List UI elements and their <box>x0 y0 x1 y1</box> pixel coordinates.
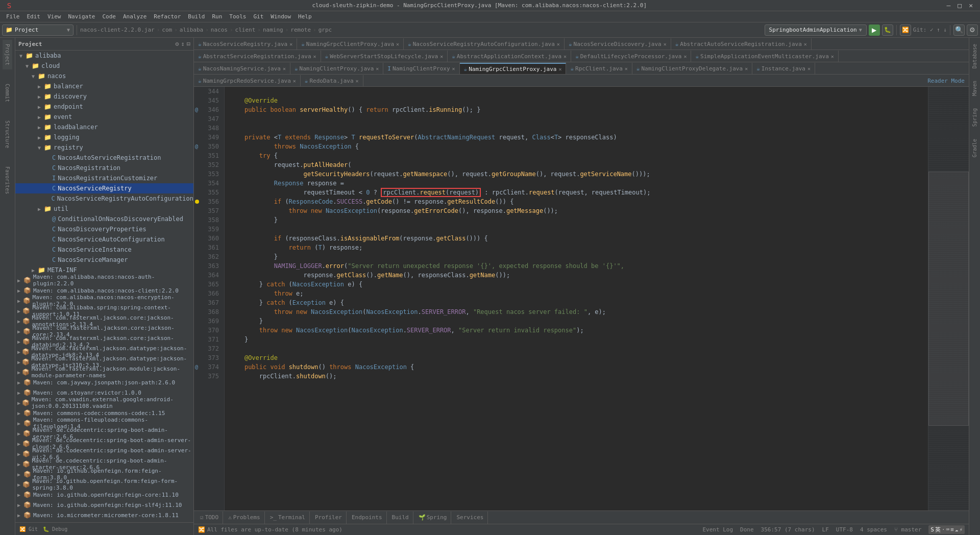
breadcrumb-nacos[interactable]: nacos <box>211 27 228 33</box>
tab-DefaultLifecycleProcessor[interactable]: ☕ DefaultLifecycleProcessor.java ✕ <box>571 51 691 62</box>
tab-close-14[interactable]: ✕ <box>558 66 561 72</box>
tab-close-6[interactable]: ✕ <box>313 54 316 59</box>
terminal-tab[interactable]: >_ Terminal <box>266 512 310 524</box>
tab-SimpleApplicationEventMulticaster[interactable]: ☕ SimpleApplicationEventMulticaster.java… <box>691 51 838 62</box>
tab-close-1[interactable]: ✕ <box>289 41 292 47</box>
ime-toolbar[interactable]: S 英 · ⌨ ≡ ☁ ⚡ <box>928 525 965 534</box>
maven-item-feign-slf4j[interactable]: ▶ 📦 Maven: io.github.openfeign:feign-slf… <box>15 500 193 510</box>
tree-item-nacos[interactable]: ▼ 📁 nacos <box>15 71 193 81</box>
menu-tools[interactable]: Tools <box>226 12 249 21</box>
tab-NamingClientProxyDelegate[interactable]: ☕ NamingClientProxyDelegate.java ✕ <box>632 63 752 74</box>
tab-close-3[interactable]: ✕ <box>557 41 560 47</box>
database-panel-tab[interactable]: Database <box>971 42 978 70</box>
gradle-panel-tab[interactable]: Gradle <box>971 137 978 159</box>
code-view[interactable]: @Override public boolean serverHealthy()… <box>225 87 928 510</box>
tab-AbstractAutoServiceRegistration[interactable]: ☕ AbstractAutoServiceRegistration.java ✕ <box>671 38 812 50</box>
services-tab[interactable]: Services <box>452 512 488 524</box>
tree-item-NacosServiceRegistry[interactable]: C NacosServiceRegistry <box>15 183 193 193</box>
breadcrumb-alibaba[interactable]: alibaba <box>180 27 203 33</box>
maven-panel-tab[interactable]: Maven <box>971 79 978 98</box>
tab-NamingGrpcClientProxy-active[interactable]: ☕ NamingGrpcClientProxy.java ✕ <box>460 63 567 74</box>
menu-git[interactable]: Git <box>250 12 266 21</box>
ime-btn4[interactable]: ☁ <box>955 526 959 533</box>
structure-tab[interactable]: Structure <box>3 116 12 152</box>
profiler-tab[interactable]: Profiler <box>311 512 347 524</box>
tree-item-NacosAutoServiceRegistration[interactable]: C NacosAutoServiceRegistration <box>15 153 193 163</box>
menu-edit[interactable]: Edit <box>24 12 44 21</box>
problems-tab[interactable]: ⚠ Problems <box>224 512 265 524</box>
run-config-dropdown[interactable]: SpringbootAdminApplication ▼ <box>765 25 867 36</box>
run-button[interactable]: ▶ <box>869 25 880 36</box>
sidebar-collapse[interactable]: ⊟ <box>187 40 190 47</box>
tree-item-NacosDiscoveryProperties[interactable]: C NacosDiscoveryProperties <box>15 224 193 234</box>
maven-item-micrometer[interactable]: ▶ 📦 Maven: io.micrometer:micrometer-core… <box>15 510 193 520</box>
reader-mode-btn[interactable]: Reader Mode <box>927 78 965 84</box>
commit-tab[interactable]: Commit <box>3 80 12 106</box>
tab-NamingClientProxy[interactable]: I NamingClientProxy ✕ <box>383 63 459 74</box>
maven-item-vaadin[interactable]: ▶ 📦 Maven: com.vaadin.external.google:an… <box>15 398 193 408</box>
menu-code[interactable]: Code <box>99 12 119 21</box>
tab-close-10[interactable]: ✕ <box>831 54 834 59</box>
window-controls[interactable]: — □ ✕ <box>944 2 980 9</box>
git-tab[interactable]: 🔀 Git <box>17 525 40 533</box>
tab-NacosServiceRegistry[interactable]: ☕ NacosServiceRegistry.java ✕ <box>194 38 297 50</box>
spring-tab[interactable]: 🌱 Spring <box>414 512 452 524</box>
tree-item-NacosRegistration[interactable]: C NacosRegistration <box>15 163 193 173</box>
debug-tab[interactable]: 🐛 Debug <box>41 525 69 533</box>
tab-NamingGrpcRedoService[interactable]: ☕ NamingGrpcRedoService.java ✕ <box>194 75 301 86</box>
tree-item-NacosServiceRegistryAutoConfiguration[interactable]: C NacosServiceRegistryAutoConfiguration <box>15 193 193 204</box>
tab-close-13[interactable]: ✕ <box>452 66 455 71</box>
menu-help[interactable]: Help <box>295 12 315 21</box>
close-btn[interactable]: ✕ <box>966 2 976 9</box>
tab-NacosServiceRegistryAutoConfig[interactable]: ☕ NacosServiceRegistryAutoConfiguration.… <box>404 38 565 50</box>
minimize-btn[interactable]: — <box>944 2 954 9</box>
tab-AbstractApplicationContext[interactable]: ☕ AbstractApplicationContext.java ✕ <box>448 51 571 62</box>
project-vertical-tab[interactable]: Project <box>3 40 12 69</box>
tab-close-17[interactable]: ✕ <box>807 66 811 71</box>
menu-refactor[interactable]: Refactor <box>151 12 184 21</box>
maven-item-jsonpath[interactable]: ▶ 📦 Maven: com.jayway.jsonpath:json-path… <box>15 377 193 387</box>
tab-close-16[interactable]: ✕ <box>745 66 748 71</box>
maven-item-feign-form-spring[interactable]: ▶ 📦 Maven: io.github.openfeign.form:feig… <box>15 479 193 490</box>
ime-btn1[interactable]: · <box>942 526 945 533</box>
tree-item-NacosRegistrationCustomizer[interactable]: I NacosRegistrationCustomizer <box>15 173 193 183</box>
tab-close-15[interactable]: ✕ <box>625 66 628 71</box>
spring-panel-tab[interactable]: Spring <box>971 106 978 129</box>
tree-item-NacosServiceAutoConfiguration[interactable]: C NacosServiceAutoConfiguration <box>15 234 193 245</box>
menu-navigate[interactable]: Navigate <box>65 12 99 21</box>
project-dropdown[interactable]: 📁 Project ▼ <box>2 25 74 36</box>
debug-button[interactable]: 🐛 <box>882 25 893 36</box>
menu-run[interactable]: Run <box>209 12 225 21</box>
settings-button[interactable]: ⚙ <box>967 25 978 36</box>
breadcrumb-jar[interactable]: nacos-client-2.2.0.jar <box>80 27 155 33</box>
menu-view[interactable]: View <box>44 12 64 21</box>
tree-item-loadbalancer[interactable]: ▶ 📁 loadbalancer <box>15 122 193 132</box>
breadcrumb-com[interactable]: com <box>162 27 172 33</box>
tree-item-endpoint[interactable]: ▶ 📁 endpoint <box>15 102 193 112</box>
sidebar-gear[interactable]: ⚙ <box>175 40 179 47</box>
breadcrumb-client[interactable]: client <box>235 27 256 33</box>
tab-WebServerStartStopLifecycle[interactable]: ☕ WebServerStartStopLifecycle.java ✕ <box>321 51 448 62</box>
tab-RpcClient[interactable]: ☕ RpcClient.java ✕ <box>566 63 632 74</box>
ime-btn5[interactable]: ⚡ <box>959 526 963 533</box>
maven-item-jackson-module-params[interactable]: ▶ 📦 Maven: com.fasterxml.jackson.module:… <box>15 367 193 377</box>
breadcrumb-naming[interactable]: naming <box>263 27 283 33</box>
tree-item-ConditionalOnNacosDiscoveryEnabled[interactable]: @ ConditionalOnNacosDiscoveryEnabled <box>15 214 193 224</box>
tree-item-balancer[interactable]: ▶ 📁 balancer <box>15 81 193 91</box>
tree-item-alibaba[interactable]: ▼ 📁 alibaba <box>15 51 193 61</box>
tree-item-cloud[interactable]: ▼ 📁 cloud <box>15 61 193 71</box>
tree-item-discovery[interactable]: ▶ 📁 discovery <box>15 91 193 102</box>
favorites-tab[interactable]: Favorites <box>3 162 12 198</box>
tab-close-9[interactable]: ✕ <box>683 54 687 59</box>
branch-status[interactable]: ⑂ master <box>894 526 921 533</box>
build-tab[interactable]: Build <box>388 512 413 524</box>
maximize-btn[interactable]: □ <box>954 2 965 9</box>
ime-btn2[interactable]: ⌨ <box>946 526 950 533</box>
maven-item-feign-core[interactable]: ▶ 📦 Maven: io.github.openfeign:feign-cor… <box>15 490 193 500</box>
tree-item-registry[interactable]: ▼ 📁 registry <box>15 142 193 153</box>
tab-RedoData[interactable]: ☕ RedoData.java ✕ <box>301 75 363 86</box>
maven-item-auth[interactable]: ▶ 📦 Maven: com.alibaba.nacos:nacos-auth-… <box>15 275 193 285</box>
tab-close-2[interactable]: ✕ <box>396 41 399 47</box>
tab-close-8[interactable]: ✕ <box>564 54 567 59</box>
tab-NamingClientProxyJava[interactable]: ☕ NamingClientProxy.java ✕ <box>290 63 383 74</box>
